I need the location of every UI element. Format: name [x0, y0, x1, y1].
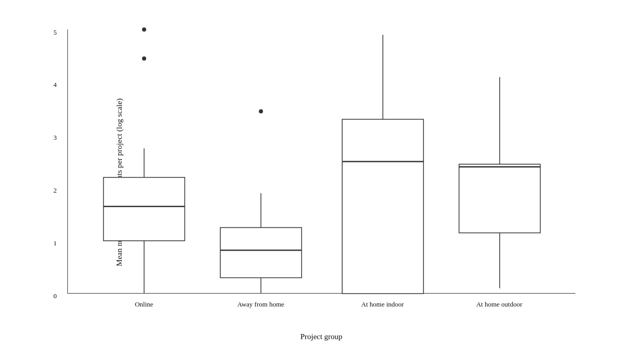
y-tick-1: 1 — [53, 239, 57, 247]
y-tick-3: 3 — [53, 134, 57, 142]
x-tick-outdoor: At home outdoor — [476, 300, 522, 309]
x-tick-indoor: At home indoor — [361, 300, 404, 309]
svg-rect-10 — [342, 119, 423, 294]
x-tick-online: Online — [135, 300, 153, 309]
y-tick-2: 2 — [53, 186, 57, 195]
svg-point-4 — [142, 27, 146, 32]
x-axis-label: Project group — [67, 332, 575, 341]
svg-rect-13 — [459, 164, 541, 233]
boxplot-svg — [68, 30, 575, 293]
y-tick-0: 0 — [53, 292, 57, 300]
x-tick-away: Away from home — [237, 300, 285, 309]
chart-container: Mean number of engagements per project (… — [26, 14, 596, 351]
svg-rect-6 — [220, 227, 302, 278]
svg-point-3 — [142, 56, 146, 61]
chart-area: 0 1 2 3 4 5 Online Away from home At hom… — [67, 30, 575, 294]
y-tick-4: 4 — [53, 81, 57, 89]
y-tick-5: 5 — [53, 28, 57, 37]
svg-rect-1 — [104, 177, 185, 240]
svg-point-8 — [259, 109, 263, 113]
